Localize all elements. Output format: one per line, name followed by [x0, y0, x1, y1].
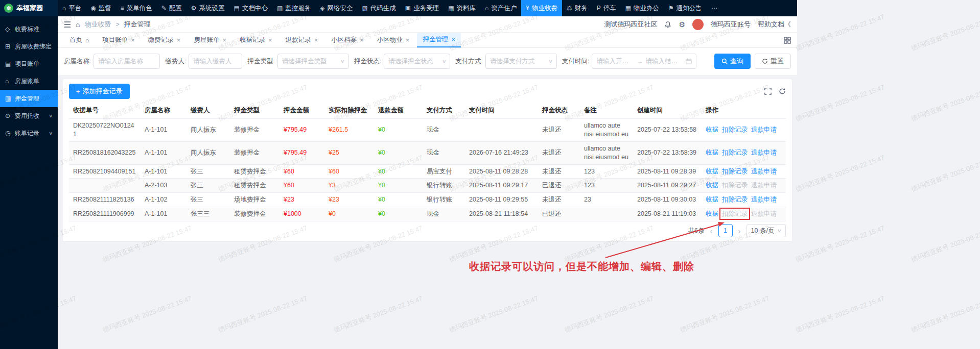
gear-icon[interactable]: ⚙	[679, 20, 685, 29]
refresh-icon[interactable]	[779, 88, 786, 95]
top-nav-item[interactable]: ◉监督	[86, 0, 115, 16]
receipt-link[interactable]: 收据	[706, 126, 718, 133]
top-nav-item-label: 网络安全	[328, 4, 353, 13]
top-nav-item[interactable]: ⚙系统设置	[186, 0, 229, 16]
refund-apply-link[interactable]: 退款申请	[751, 196, 777, 203]
close-icon[interactable]: ×	[451, 36, 455, 43]
sidebar-item[interactable]: ▥押金管理	[0, 90, 58, 107]
top-nav-item[interactable]: ⋯	[707, 0, 722, 16]
avatar[interactable]	[692, 19, 704, 30]
bell-icon[interactable]	[664, 21, 671, 28]
filter-input[interactable]: 请输入房屋名称	[94, 54, 160, 69]
sidebar-item[interactable]: ⊙费用托收∨	[0, 107, 58, 124]
next-page-button[interactable]: ›	[737, 227, 742, 235]
top-nav-item[interactable]: ¥物业收费	[521, 0, 562, 16]
receipt-link[interactable]: 收据	[706, 196, 718, 203]
receipt-link[interactable]: 收据	[706, 149, 718, 156]
top-nav-item[interactable]: ≡菜单角色	[116, 0, 157, 16]
close-icon[interactable]: ×	[314, 37, 318, 43]
refund-apply-link[interactable]: 退款申请	[751, 168, 777, 175]
top-nav-item[interactable]: ▥监控服务	[272, 0, 315, 16]
close-icon[interactable]: ×	[406, 37, 410, 43]
filter-select[interactable]: 请选择支付方式∨	[485, 54, 557, 69]
close-icon[interactable]: ×	[222, 37, 226, 43]
top-nav-item[interactable]: ⌂平台	[58, 0, 86, 16]
deduct-record-link[interactable]: 扣除记录	[722, 210, 748, 217]
community-switcher[interactable]: 测试德玛西亚社区	[604, 20, 657, 29]
tab-item[interactable]: 项目账单×	[97, 33, 141, 47]
config-icon: ✎	[161, 5, 167, 12]
add-deposit-record-button[interactable]: + 添加押金记录	[69, 84, 130, 99]
sidebar-item[interactable]: ▤项目账单	[0, 55, 58, 72]
deduct-record-link[interactable]: 扣除记录	[722, 126, 748, 133]
refund-apply-link[interactable]: 退款申请	[751, 182, 777, 189]
close-icon[interactable]: ×	[360, 37, 364, 43]
filter-select[interactable]: 请选择押金状态∨	[384, 54, 450, 69]
house-cell: A-1-101	[141, 164, 186, 179]
home-icon[interactable]: ⌂	[76, 20, 80, 29]
tab-item[interactable]: 小区档案×	[325, 33, 369, 47]
type-cell: 场地费押金	[230, 193, 279, 207]
help-docs-link[interactable]: 帮助文档《	[758, 20, 791, 29]
receipt-link[interactable]: 收据	[706, 168, 718, 175]
receipt-link[interactable]: 收据	[706, 210, 718, 217]
ops-cell: 收据扣除记录退款申请	[702, 193, 786, 207]
sidebar-item[interactable]: ◷账单记录∨	[0, 124, 58, 142]
account-name[interactable]: 德玛西亚账号	[711, 20, 751, 29]
sidebar-item[interactable]: ⌂房屋账单	[0, 72, 58, 90]
top-nav-item[interactable]: ⌂资产住户	[480, 0, 521, 16]
deduct-record-link[interactable]: 扣除记录	[722, 182, 748, 189]
tab-item[interactable]: 房屋账单×	[188, 33, 232, 47]
sidebar-item[interactable]: ⊞房屋收费绑定	[0, 38, 58, 55]
filter-input[interactable]: 请输入缴费人	[189, 54, 242, 69]
top-nav-item[interactable]: ▦资料库	[444, 0, 480, 16]
collapse-menu-icon[interactable]	[64, 21, 71, 28]
tab-item[interactable]: 押金管理×	[417, 33, 461, 47]
refund-apply-link[interactable]: 退款申请	[751, 210, 777, 217]
page-size-select[interactable]: 10 条/页 ∨	[746, 224, 786, 237]
top-nav-item[interactable]: ✎配置	[157, 0, 186, 16]
sidebar-item[interactable]: ◇收费标准	[0, 20, 58, 38]
top-nav-item[interactable]: ▣业务受理	[401, 0, 444, 16]
deduct-record-link[interactable]: 扣除记录	[722, 196, 748, 203]
created-time-cell: 2025-08-11 09:28:39	[633, 164, 702, 179]
close-icon[interactable]: ×	[177, 37, 181, 43]
deduct-record-link[interactable]: 扣除记录	[722, 149, 748, 156]
reset-button[interactable]: 重置	[755, 54, 791, 69]
type-cell: 租赁费押金	[230, 179, 279, 193]
top-nav-item[interactable]: ▤文档中心	[229, 0, 272, 16]
tab-item[interactable]: 首页⌂	[64, 33, 95, 47]
start-date-input[interactable]: 请输入开始日期	[596, 57, 634, 66]
refund-apply-link[interactable]: 退款申请	[751, 126, 777, 133]
date-range-input[interactable]: 请输入开始日期→请输入结束日期	[592, 54, 696, 69]
filter-bar: 房屋名称:请输入房屋名称缴费人:请输入缴费人押金类型:请选择押金类型∨押金状态:…	[58, 48, 797, 75]
data-library-icon: ▦	[448, 5, 454, 12]
tab-item[interactable]: 收据记录×	[234, 33, 278, 47]
refund-apply-link[interactable]: 退款申请	[751, 149, 777, 156]
deposit-amount-cell: ¥1000	[279, 207, 324, 221]
fullscreen-icon[interactable]	[764, 88, 772, 95]
tab-layout-grid-icon[interactable]	[784, 37, 791, 44]
top-nav-item[interactable]: ⚑通知公告	[664, 0, 707, 16]
filter-select[interactable]: 请选择押金类型∨	[277, 54, 349, 69]
top-nav-item[interactable]: ▦物业办公	[621, 0, 664, 16]
close-icon[interactable]: ×	[131, 37, 135, 43]
placeholder-text: 请选择支付方式	[490, 57, 535, 66]
tab-item[interactable]: 退款记录×	[280, 33, 324, 47]
tab-item[interactable]: 小区物业×	[371, 33, 415, 47]
tab-item[interactable]: 缴费记录×	[143, 33, 186, 47]
close-icon[interactable]: ×	[268, 37, 272, 43]
pay-time-cell: 2025-08-21 11:18:54	[465, 207, 538, 221]
end-date-input[interactable]: 请输入结束日期	[645, 57, 683, 66]
top-nav-item[interactable]: ⚖财务	[562, 0, 592, 16]
deduct-record-link[interactable]: 扣除记录	[722, 168, 748, 175]
created-time-cell: 2025-08-21 11:19:03	[633, 207, 702, 221]
refund-amount-cell: ¥0	[374, 119, 423, 142]
page-number-button[interactable]: 1	[718, 224, 733, 237]
receipt-link[interactable]: 收据	[706, 182, 718, 189]
top-nav-item[interactable]: ▧代码生成	[358, 0, 401, 16]
top-nav-item[interactable]: P停车	[592, 0, 621, 16]
prev-page-button[interactable]: ‹	[709, 227, 714, 235]
query-button[interactable]: 查询	[714, 54, 751, 69]
top-nav-item[interactable]: ◈网络安全	[315, 0, 357, 16]
